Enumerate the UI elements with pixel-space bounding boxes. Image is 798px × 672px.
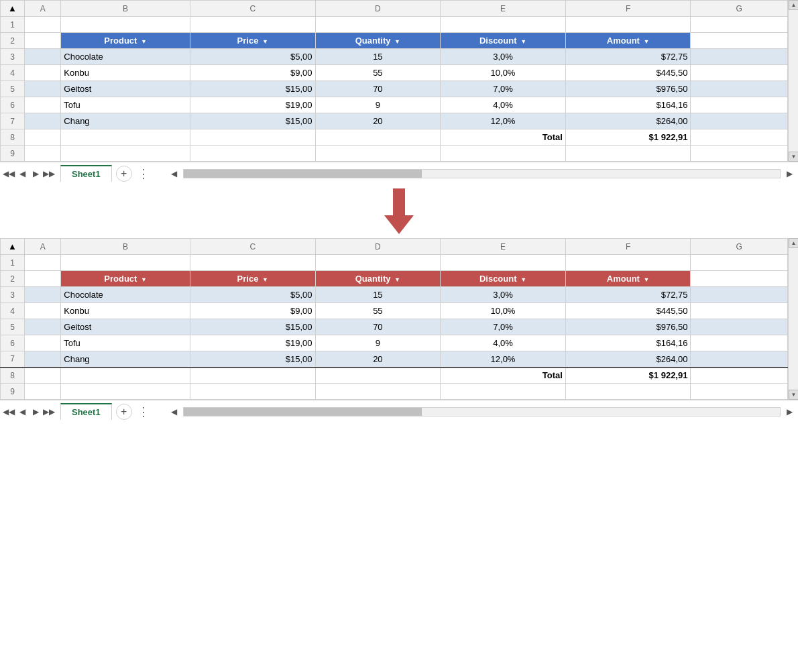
scroll-track-bottom	[789, 248, 798, 390]
table-row: 3 Chocolate $5,00 15 3,0% $72,75	[1, 49, 788, 65]
add-sheet-top[interactable]: +	[116, 166, 132, 182]
cell-be9	[441, 384, 566, 400]
header-quantity-b[interactable]: Quantity ▼	[315, 271, 441, 287]
cell-bamt-1: $72,75	[565, 287, 691, 303]
sheet-nav-arrows-top[interactable]: ◀◀ ◀ ▶ ▶▶	[3, 168, 55, 180]
h-scroll-track-bottom[interactable]	[183, 407, 781, 416]
cell-disc-5: 12,0%	[441, 113, 566, 129]
cell-c9	[190, 146, 315, 162]
row-num-b4: 4	[1, 303, 25, 319]
nav-first-top[interactable]: ◀◀	[3, 168, 15, 180]
dots-menu-top[interactable]: ⋮	[137, 166, 150, 181]
table-row: 6 Tofu $19,00 9 4,0% $164,16	[1, 97, 788, 113]
scroll-down-btn-bottom[interactable]: ▼	[789, 390, 798, 400]
nav-prev-bottom[interactable]: ◀	[16, 406, 28, 418]
filter-icon-discount[interactable]: ▼	[520, 38, 526, 45]
filter-icon-price[interactable]: ▼	[262, 38, 268, 45]
cell-g7	[691, 113, 788, 129]
cell-d8	[315, 129, 441, 146]
grid-bottom: ▲ A B C D E F G 1	[0, 238, 788, 400]
filter-icon-quantity-b[interactable]: ▼	[394, 276, 400, 283]
row-num-b7: 7	[1, 351, 25, 368]
cell-bprice-5: $15,00	[190, 351, 315, 368]
filter-icon-discount-b[interactable]: ▼	[520, 276, 526, 283]
filter-icon-quantity[interactable]: ▼	[394, 38, 400, 45]
row-num-1: 1	[1, 17, 25, 33]
cell-c1	[190, 17, 315, 33]
header-price[interactable]: Price ▼	[190, 33, 315, 49]
header-discount[interactable]: Discount ▼	[441, 33, 566, 49]
cell-bprice-3: $15,00	[190, 319, 315, 335]
nav-last-top[interactable]: ▶▶	[43, 168, 55, 180]
cell-ba3	[25, 287, 61, 303]
h-scroll-area-bottom[interactable]: ◀ ▶	[168, 406, 795, 418]
cell-ba9	[25, 384, 61, 400]
h-scroll-area-top[interactable]: ◀ ▶	[168, 168, 795, 180]
total-value-1: $1 922,91	[565, 129, 691, 146]
filter-icon-price-b[interactable]: ▼	[262, 276, 268, 283]
header-discount-b[interactable]: Discount ▼	[441, 271, 566, 287]
cell-bamt-2: $445,50	[565, 303, 691, 319]
h-scroll-right-top[interactable]: ▶	[783, 168, 795, 180]
cell-ba1	[25, 255, 61, 271]
cell-bamt-3: $976,50	[565, 319, 691, 335]
header-price-b[interactable]: Price ▼	[190, 271, 315, 287]
header-product-b[interactable]: Product ▼	[61, 271, 190, 287]
header-amount-b[interactable]: Amount ▼	[565, 271, 691, 287]
cell-g1	[691, 17, 788, 33]
header-quantity[interactable]: Quantity ▼	[315, 33, 441, 49]
cell-ba2	[25, 271, 61, 287]
scroll-up-btn-top[interactable]: ▲	[789, 0, 798, 10]
cell-bg8	[691, 368, 788, 384]
cell-bg2	[691, 271, 788, 287]
corner-cell: ▲	[1, 1, 25, 17]
filter-icon-product-b[interactable]: ▼	[141, 276, 147, 283]
cell-ba5	[25, 319, 61, 335]
cell-price-4: $19,00	[190, 97, 315, 113]
h-scroll-right-bottom[interactable]: ▶	[783, 406, 795, 418]
filter-icon-product[interactable]: ▼	[141, 38, 147, 45]
nav-next-top[interactable]: ▶	[30, 168, 42, 180]
cell-bd9	[315, 384, 441, 400]
add-sheet-bottom[interactable]: +	[116, 404, 132, 420]
cell-disc-3: 7,0%	[441, 81, 566, 97]
col-d: D	[315, 1, 441, 17]
dots-menu-bottom[interactable]: ⋮	[137, 404, 150, 419]
cell-product-5: Chang	[61, 113, 190, 129]
scroll-down-btn-top[interactable]: ▼	[789, 152, 798, 162]
cell-bprice-2: $9,00	[190, 303, 315, 319]
nav-prev-top[interactable]: ◀	[16, 168, 28, 180]
cell-bc9	[190, 384, 315, 400]
nav-first-bottom[interactable]: ◀◀	[3, 406, 15, 418]
cell-bdisc-4: 4,0%	[441, 335, 566, 351]
table-row: 7 Chang $15,00 20 12,0% $264,00	[1, 351, 788, 368]
h-scroll-thumb-top	[184, 170, 422, 178]
vertical-scrollbar-bottom[interactable]: ▲ ▼	[788, 238, 798, 400]
header-product[interactable]: Product ▼	[61, 33, 190, 49]
filter-icon-amount-b[interactable]: ▼	[644, 276, 650, 283]
filter-icon-amount[interactable]: ▼	[644, 38, 650, 45]
cell-price-5: $15,00	[190, 113, 315, 129]
col-a-b: A	[25, 239, 61, 255]
sheet-nav-arrows-bottom[interactable]: ◀◀ ◀ ▶ ▶▶	[3, 406, 55, 418]
cell-g6	[691, 97, 788, 113]
h-scroll-track-top[interactable]	[183, 169, 781, 178]
cell-qty-5: 20	[315, 113, 441, 129]
nav-last-bottom[interactable]: ▶▶	[43, 406, 55, 418]
cell-amt-4: $164,16	[565, 97, 691, 113]
cell-bdisc-3: 7,0%	[441, 319, 566, 335]
scroll-up-btn-bottom[interactable]: ▲	[789, 238, 798, 248]
cell-price-1: $5,00	[190, 49, 315, 65]
header-amount[interactable]: Amount ▼	[565, 33, 691, 49]
row-num-b1: 1	[1, 255, 25, 271]
sheet-tab-top[interactable]: Sheet1	[60, 165, 112, 182]
h-scroll-left-bottom[interactable]: ◀	[168, 406, 180, 418]
cell-bqty-1: 15	[315, 287, 441, 303]
h-scroll-left-top[interactable]: ◀	[168, 168, 180, 180]
nav-next-bottom[interactable]: ▶	[30, 406, 42, 418]
col-a: A	[25, 1, 61, 17]
vertical-scrollbar-top[interactable]: ▲ ▼	[788, 0, 798, 162]
cell-amt-1: $72,75	[565, 49, 691, 65]
sheet-tab-bottom[interactable]: Sheet1	[60, 403, 112, 420]
row-num-6: 6	[1, 97, 25, 113]
